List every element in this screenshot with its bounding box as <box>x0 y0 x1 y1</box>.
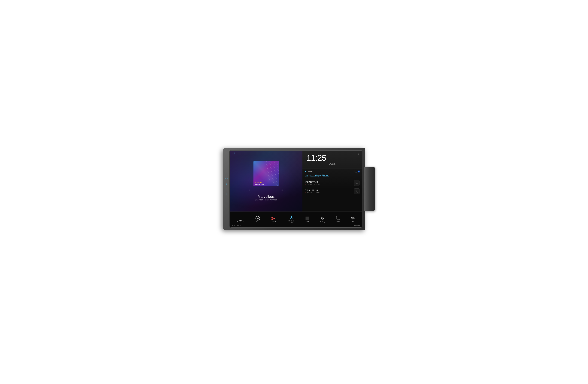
nav-item-setting[interactable]: ⚙ Setting <box>318 215 326 224</box>
grid-button[interactable]: ⊞ <box>225 183 227 185</box>
screen-bezel: ◄◄ ▶ <box>230 150 362 228</box>
album-art: DAN ALLEN MARVELLOUS <box>253 161 279 186</box>
svg-line-3 <box>266 171 279 180</box>
main-area: ◄◄ ▶ <box>230 151 362 211</box>
call-meta-1: ↙ 20/05/13 10:35:45 <box>305 184 319 185</box>
nav-label-alexa: Alexa <box>256 221 260 223</box>
brand-carrozzeria: carrozzeria <box>231 225 241 226</box>
plus-button[interactable]: + <box>225 193 227 195</box>
bluetooth-indicator <box>358 171 359 172</box>
nav-item-alexa[interactable]: ◎ Alexa <box>254 215 262 224</box>
mic-button[interactable]: ♦ <box>225 188 227 190</box>
svg-line-7 <box>273 161 279 165</box>
prev-button[interactable]: ⏮ <box>249 188 252 192</box>
bt-number: 1 <box>307 171 308 172</box>
device-body: ◄◄ ⊞ ♦ + − ◄◄ ▶ <box>223 148 365 230</box>
minus-button[interactable]: − <box>225 198 227 200</box>
playback-controls: ⏮ ⏭ <box>249 188 283 192</box>
nav-label-setting: Setting <box>320 221 325 223</box>
nav-label-phone: Phone <box>336 221 340 223</box>
call-button-2[interactable]: 📞 <box>354 189 359 194</box>
call-meta-2: ↙ 20/05/12 17:28:22 <box>305 192 319 194</box>
call-number-2: 0*03**91*16 <box>305 189 319 192</box>
svg-line-2 <box>266 168 279 177</box>
call-entry-1: 0*0216***49 ↙ 20/05/13 10:35:45 📞 <box>305 179 359 187</box>
setting-icon: ⚙ <box>321 216 324 220</box>
call-arrow-2: ↙ <box>305 192 306 193</box>
brand-bar: carrozzeria Pioneer <box>231 225 361 226</box>
album-art-inner: DAN ALLEN MARVELLOUS <box>253 161 279 186</box>
clock-icon: ⏱ <box>357 153 359 155</box>
hdmi-icon: ⬛ <box>305 216 309 220</box>
back-button[interactable]: ◄◄ <box>225 178 227 180</box>
device-name: carrozzeriaのiPhone <box>305 174 359 177</box>
nav-item-connectivity[interactable]: Connectivity <box>235 215 247 224</box>
svg-line-4 <box>266 174 279 183</box>
call-timestamp-1: 20/05/13 10:35:45 <box>307 184 319 185</box>
album-artist: DAN ALLEN <box>255 182 264 184</box>
next-button[interactable]: ⏭ <box>281 188 283 192</box>
nav-label-fmam: FM/AM <box>272 221 276 223</box>
nav-label-hdmi: HDMI <box>305 221 309 223</box>
phone-status: ★ 1 ▭ ▮▮▮ <box>305 171 312 172</box>
nav-item-hdmi[interactable]: ⬛ HDMI <box>303 215 311 224</box>
device-bracket <box>364 167 375 211</box>
connectivity-icon <box>239 216 242 220</box>
svg-line-1 <box>266 164 279 174</box>
battery-icon: ▭ <box>308 171 310 172</box>
screen-content: ◄◄ ▶ <box>230 151 362 227</box>
track-title: Marvellous <box>258 195 274 199</box>
call-button-1[interactable]: 📞 <box>354 180 359 186</box>
alexa-icon: ◎ <box>255 216 260 220</box>
call-timestamp-2: 20/05/12 17:28:22 <box>307 192 319 194</box>
progress-bar[interactable] <box>249 193 283 193</box>
clock-time: 11:25 <box>306 154 358 162</box>
album-name: MARVELLOUS <box>255 184 264 185</box>
bluetooth-audio-icon: ★ <box>290 215 293 220</box>
nav-item-phone[interactable]: 📞 Phone <box>334 215 342 224</box>
track-artist: Dan Allen - Make My Mark <box>255 199 277 201</box>
call-entry-2: 0*03**91*16 ↙ 20/05/12 17:28:22 📞 <box>305 187 359 195</box>
nav-item-fmam[interactable]: ((●)) FM/AM <box>269 215 279 224</box>
nav-item-aux[interactable]: 🔌 AUX <box>349 215 357 224</box>
call-info-1: 0*0216***49 ↙ 20/05/13 10:35:45 <box>305 181 319 185</box>
call-arrow-1: ↙ <box>305 184 306 185</box>
clock-date: 5/13 水 <box>306 163 358 165</box>
fmam-icon: ((●)) <box>271 216 278 220</box>
phone-call-header-icon: 📞 <box>354 170 357 173</box>
left-button-group: ◄◄ ⊞ ♦ + − <box>225 178 227 200</box>
music-panel-top: ◄◄ ▶ <box>231 152 301 154</box>
svg-line-5 <box>266 177 279 186</box>
nav-label-bluetooth-audio: BluetoothAudio <box>288 220 294 224</box>
aux-icon: 🔌 <box>350 215 356 221</box>
info-panel: ⏱ 11:25 5/13 水 ★ 1 ▭ ▮▮▮ <box>302 151 362 211</box>
music-panel: ◄◄ ▶ <box>230 151 303 211</box>
phone-widget: ★ 1 ▭ ▮▮▮ 📞 carrozzeriaのiPh <box>302 169 362 211</box>
phone-nav-icon: 📞 <box>336 216 340 220</box>
nav-item-bluetooth-audio[interactable]: ★ BluetoothAudio <box>287 214 296 225</box>
music-back-icon[interactable]: ◄◄ <box>231 152 235 154</box>
call-info-2: 0*03**91*16 ↙ 20/05/12 17:28:22 <box>305 189 319 194</box>
clock-widget: ⏱ 11:25 5/13 水 <box>302 151 362 169</box>
device-wrapper: ◄◄ ⊞ ♦ + − ◄◄ ▶ <box>223 148 365 236</box>
signal-icon: ▮▮▮ <box>310 171 312 172</box>
progress-fill <box>249 193 261 193</box>
playlist-icon[interactable]: ▶ <box>300 152 301 154</box>
brand-pioneer: Pioneer <box>354 225 361 226</box>
svg-line-0 <box>266 161 279 171</box>
bluetooth-icon: ★ <box>305 171 306 172</box>
call-number-1: 0*0216***49 <box>305 181 319 183</box>
svg-line-6 <box>269 161 279 168</box>
phone-header: ★ 1 ▭ ▮▮▮ 📞 <box>305 170 359 173</box>
